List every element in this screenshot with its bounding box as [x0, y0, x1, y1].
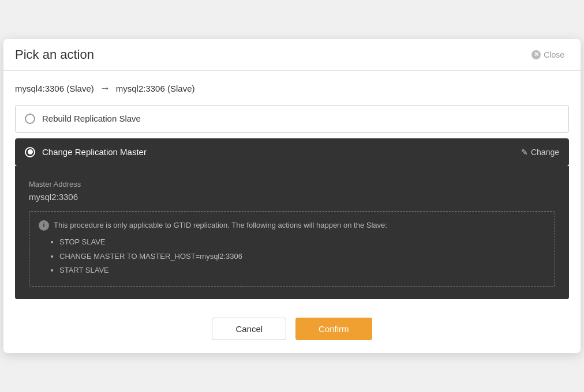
- option-details-panel: Master Address mysql2:3306 i This proced…: [15, 166, 569, 299]
- step-1: STOP SLAVE: [59, 235, 545, 250]
- info-icon: i: [39, 220, 49, 231]
- info-box-header: i This procedure is only applicable to G…: [39, 220, 545, 232]
- dialog-header: Pick an action ✕ Close: [3, 39, 581, 71]
- info-text: This procedure is only applicable to GTI…: [54, 220, 387, 232]
- radio-rebuild: [25, 114, 35, 124]
- radio-change-master: [25, 147, 35, 157]
- option-change-master-label: Change Replication Master: [42, 147, 147, 157]
- close-icon: ✕: [531, 50, 541, 59]
- master-address-value: mysql2:3306: [29, 192, 555, 202]
- option-details: Master Address mysql2:3306 i This proced…: [27, 174, 557, 290]
- info-box: i This procedure is only applicable to G…: [29, 211, 555, 287]
- cancel-button[interactable]: Cancel: [212, 318, 286, 340]
- step-3: START SLAVE: [59, 263, 545, 278]
- option-change-master[interactable]: Change Replication Master ✎ Change: [15, 138, 569, 166]
- connection-source: mysql4:3306 (Slave): [15, 84, 94, 93]
- connection-target: mysql2:3306 (Slave): [116, 84, 195, 93]
- steps-list: STOP SLAVE CHANGE MASTER TO MASTER_HOST=…: [39, 235, 545, 278]
- pick-action-dialog: Pick an action ✕ Close mysql4:3306 (Slav…: [3, 39, 581, 353]
- pencil-icon: ✎: [521, 148, 528, 157]
- connection-info: mysql4:3306 (Slave) → mysql2:3306 (Slave…: [15, 82, 569, 95]
- master-address-label: Master Address: [29, 180, 555, 189]
- dialog-body: mysql4:3306 (Slave) → mysql2:3306 (Slave…: [3, 71, 581, 299]
- confirm-button[interactable]: Confirm: [295, 318, 372, 340]
- option-rebuild-label: Rebuild Replication Slave: [42, 114, 141, 123]
- change-btn-label: Change: [531, 148, 559, 157]
- arrow-icon: →: [100, 82, 110, 95]
- change-button[interactable]: ✎ Change: [521, 148, 559, 157]
- option-rebuild[interactable]: Rebuild Replication Slave: [15, 105, 569, 133]
- close-button[interactable]: ✕ Close: [527, 48, 569, 62]
- dialog-footer: Cancel Confirm: [3, 305, 581, 353]
- step-2: CHANGE MASTER TO MASTER_HOST=mysql2:3306: [59, 250, 545, 264]
- close-label: Close: [544, 50, 564, 59]
- dialog-title: Pick an action: [15, 47, 94, 62]
